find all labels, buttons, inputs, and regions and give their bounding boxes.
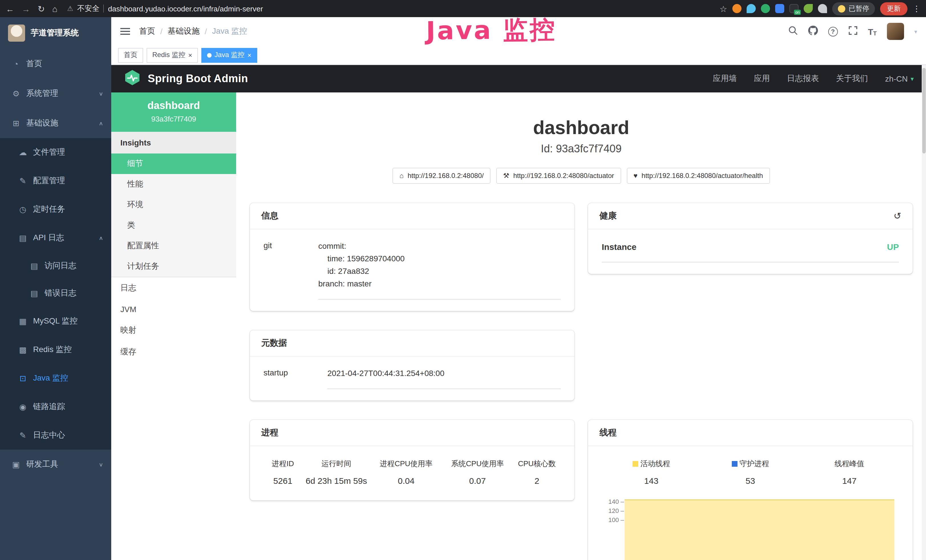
extension-icon-4[interactable] bbox=[775, 4, 784, 13]
sidebar-item-config-management[interactable]: ✎ 配置管理 bbox=[0, 166, 111, 195]
browser-menu-icon[interactable]: ⋮ bbox=[912, 4, 921, 13]
health-icon: ♥ bbox=[633, 172, 637, 180]
col-header: 运行时间 bbox=[302, 459, 371, 469]
admin-header: 首页 / 基础设施 / Java 监控 ? bbox=[111, 17, 926, 45]
hamburger-icon[interactable] bbox=[120, 28, 130, 35]
sba-nav-applications[interactable]: 应用 bbox=[754, 74, 770, 84]
sba-item-mappings[interactable]: 映射 bbox=[111, 319, 236, 341]
sba-item-classes[interactable]: 类 bbox=[111, 215, 236, 236]
sidebar-item-tracing[interactable]: ◉ 链路追踪 bbox=[0, 392, 111, 421]
locale-select[interactable]: zh-CN ▾ bbox=[885, 74, 914, 83]
sba-item-config-props[interactable]: 配置属性 bbox=[111, 236, 236, 256]
font-size-icon[interactable]: TT bbox=[868, 27, 877, 36]
scrollbar[interactable] bbox=[922, 65, 926, 560]
sidebar-item-java-monitor[interactable]: ⊡ Java 监控 bbox=[0, 364, 111, 392]
reload-icon[interactable]: ↻ bbox=[38, 4, 45, 13]
sidebar-item-label: 链路追踪 bbox=[33, 402, 65, 412]
back-icon[interactable]: ← bbox=[6, 4, 14, 13]
sba-app-block[interactable]: dashboard 93a3fc7f7409 bbox=[111, 92, 236, 132]
sidebar-item-file-management[interactable]: ☁ 文件管理 bbox=[0, 138, 111, 166]
tab-java-monitor[interactable]: Java 监控 × bbox=[201, 48, 257, 62]
edit-icon: ✎ bbox=[18, 431, 27, 440]
sba-brand[interactable]: Spring Boot Admin bbox=[148, 73, 248, 85]
extension-icon-5[interactable]: on bbox=[790, 4, 799, 13]
extension-icon-3[interactable] bbox=[761, 4, 770, 13]
card-header: 信息 bbox=[250, 203, 574, 229]
instance-link-actuator[interactable]: ⚒ http://192.168.0.2:48080/actuator bbox=[496, 168, 621, 184]
instance-link-health[interactable]: ♥ http://192.168.0.2:48080/actuator/heal… bbox=[626, 168, 770, 184]
scrollbar-thumb[interactable] bbox=[922, 68, 926, 153]
bookmark-star-icon[interactable]: ☆ bbox=[720, 4, 727, 13]
sidebar-item-label: 系统管理 bbox=[26, 88, 58, 99]
tab-redis-monitor[interactable]: Redis 监控 × bbox=[147, 48, 198, 62]
sba-nav-about[interactable]: 关于我们 bbox=[836, 74, 868, 84]
toolbox-icon: ▣ bbox=[11, 460, 21, 469]
app-logo-row[interactable]: 芋道管理系统 bbox=[0, 17, 111, 49]
col-value: 5261 bbox=[263, 476, 302, 486]
sidebar-item-home[interactable]: ◔ 首页 bbox=[0, 49, 111, 79]
sidebar-item-label: 错误日志 bbox=[44, 288, 76, 298]
sba-item-caches[interactable]: 缓存 bbox=[111, 341, 236, 363]
warning-icon: ⚠ bbox=[67, 5, 73, 12]
fullscreen-icon[interactable] bbox=[848, 26, 858, 37]
breadcrumb-current: Java 监控 bbox=[212, 26, 247, 36]
sidebar-item-log-center[interactable]: ✎ 日志中心 bbox=[0, 421, 111, 450]
tab-home[interactable]: 首页 bbox=[118, 48, 143, 62]
sba-nav-wallboard[interactable]: 应用墙 bbox=[713, 74, 737, 84]
extension-icon-2[interactable] bbox=[747, 4, 756, 13]
breadcrumb: 首页 / 基础设施 / Java 监控 bbox=[139, 26, 247, 36]
sba-nav-links: 应用墙 应用 日志报表 关于我们 zh-CN ▾ bbox=[713, 74, 914, 84]
paused-label: 已暂停 bbox=[849, 4, 869, 14]
url-text[interactable]: dashboard.yudao.iocoder.cn/infra/admin-s… bbox=[108, 4, 263, 13]
instance-link-home[interactable]: ⌂ http://192.168.0.2:48080/ bbox=[393, 168, 490, 184]
sba-logo-icon[interactable] bbox=[124, 69, 141, 88]
sidebar-item-redis-monitor[interactable]: ▩ Redis 监控 bbox=[0, 336, 111, 364]
chevron-up-icon: ∧ bbox=[99, 120, 103, 126]
link-text: http://192.168.0.2:48080/actuator/health bbox=[642, 172, 763, 180]
profile-paused-pill[interactable]: 已暂停 bbox=[832, 2, 875, 15]
card-header: 健康 ↺ bbox=[588, 203, 912, 229]
close-icon[interactable]: × bbox=[188, 51, 192, 59]
github-icon[interactable] bbox=[808, 26, 818, 37]
gear-icon: ⚙ bbox=[11, 89, 21, 98]
history-icon[interactable]: ↺ bbox=[893, 210, 901, 221]
forward-icon[interactable]: → bbox=[22, 4, 30, 13]
extension-icon-1[interactable] bbox=[732, 4, 741, 13]
chevron-down-icon[interactable]: ▾ bbox=[914, 28, 917, 35]
legend-label: 活动线程 bbox=[640, 459, 670, 469]
sidebar-item-mysql-monitor[interactable]: ▦ MySQL 监控 bbox=[0, 307, 111, 336]
sidebar-item-scheduled-jobs[interactable]: ◷ 定时任务 bbox=[0, 195, 111, 224]
threads-area bbox=[625, 500, 894, 560]
sidebar-item-infrastructure[interactable]: ⊞ 基础设施 ∧ bbox=[0, 108, 111, 138]
process-col-sys-cpu: 系统CPU使用率 0.07 bbox=[442, 459, 513, 486]
home-icon[interactable]: ⌂ bbox=[52, 4, 57, 13]
sba-item-scheduled-tasks[interactable]: 计划任务 bbox=[111, 256, 236, 277]
help-icon[interactable]: ? bbox=[828, 27, 838, 36]
sidebar-item-system[interactable]: ⚙ 系统管理 ∨ bbox=[0, 79, 111, 108]
search-icon[interactable] bbox=[788, 26, 798, 37]
sba-item-details[interactable]: 细节 bbox=[111, 153, 236, 174]
card-title: 线程 bbox=[599, 427, 617, 438]
sba-item-loggers[interactable]: 日志 bbox=[111, 277, 236, 299]
close-icon[interactable]: × bbox=[247, 51, 251, 59]
sidebar-item-access-logs[interactable]: ▤ 访问日志 bbox=[0, 252, 111, 280]
chrome-update-button[interactable]: 更新 bbox=[880, 2, 908, 15]
extension-icon-7[interactable] bbox=[818, 4, 827, 13]
sidebar-item-error-logs[interactable]: ▤ 错误日志 bbox=[0, 280, 111, 307]
sba-item-jvm[interactable]: JVM bbox=[111, 299, 236, 319]
doc-icon: ▤ bbox=[30, 289, 39, 298]
sba-nav-journal[interactable]: 日志报表 bbox=[787, 74, 819, 84]
card-title: 元数据 bbox=[261, 338, 287, 349]
breadcrumb-home[interactable]: 首页 bbox=[139, 26, 155, 36]
extension-icon-6[interactable] bbox=[803, 4, 813, 13]
sidebar-item-label: API 日志 bbox=[33, 233, 64, 243]
breadcrumb-infrastructure[interactable]: 基础设施 bbox=[168, 26, 200, 36]
address-bar[interactable]: ⚠ 不安全 dashboard.yudao.iocoder.cn/infra/a… bbox=[67, 3, 263, 14]
sba-item-metrics[interactable]: 性能 bbox=[111, 174, 236, 195]
info-card: 信息 git commit: time: 1596289704000 id: 2 bbox=[250, 203, 574, 311]
sidebar-item-devtools[interactable]: ▣ 研发工具 ∨ bbox=[0, 450, 111, 479]
sba-item-environment[interactable]: 环境 bbox=[111, 195, 236, 215]
sidebar-item-api-logs[interactable]: ▤ API 日志 ∧ bbox=[0, 224, 111, 252]
avatar[interactable] bbox=[887, 23, 904, 40]
legend-label: 线程峰值 bbox=[834, 459, 864, 469]
